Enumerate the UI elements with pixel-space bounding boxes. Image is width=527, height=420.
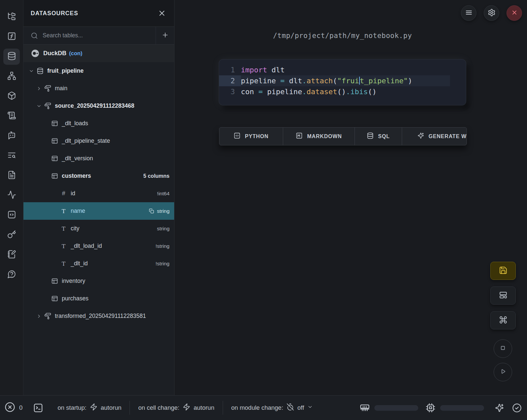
- code-line-2[interactable]: 2 pipeline = dlt.attach("fruit_pipeline"…: [219, 75, 466, 86]
- rail-item-key[interactable]: [3, 227, 20, 243]
- bot-chat-icon: [7, 131, 16, 141]
- database-icon: [37, 67, 44, 74]
- chevron-down-icon: [36, 103, 42, 109]
- network-icon: [7, 71, 16, 82]
- rail-item-scroll-text[interactable]: [3, 108, 20, 124]
- notebook-pen-icon: [7, 250, 16, 260]
- code-square-icon: [234, 132, 241, 140]
- sparkles-icon: [417, 132, 424, 140]
- int-column-icon: #: [60, 190, 67, 197]
- layout-panels-button[interactable]: [490, 286, 516, 305]
- run-settings: on startup: autorun on cell change: auto…: [43, 396, 321, 420]
- resource-meters: [360, 403, 522, 413]
- memory-usage-bar: [374, 405, 418, 411]
- tree-item-source_202504291112283468[interactable]: source_202504291112283468: [23, 97, 174, 115]
- tree-item-customers[interactable]: customers5 columns: [23, 167, 174, 185]
- cell-type-buttons: PYTHON MARKDOWN SQL GENERATE WIT: [219, 127, 467, 145]
- rail-item-text-search[interactable]: [3, 148, 20, 164]
- item-meta: !string: [156, 261, 169, 267]
- chevron-down-icon: [29, 68, 34, 74]
- item-meta: string: [157, 226, 169, 232]
- cpu-icon: [426, 403, 435, 413]
- settings-button[interactable]: [484, 5, 499, 21]
- save-button[interactable]: [490, 262, 516, 280]
- setting-on-startup[interactable]: on startup: autorun: [49, 403, 130, 412]
- convert-generate-wit-button[interactable]: GENERATE WIT: [402, 128, 467, 145]
- tree-item-purchases[interactable]: purchases: [23, 290, 174, 307]
- tree-item-_dlt_pipeline_state[interactable]: _dlt_pipeline_state: [23, 132, 174, 150]
- convert-sql-button[interactable]: SQL: [355, 128, 402, 145]
- tree-item-_dlt_loads[interactable]: _dlt_loads: [23, 115, 174, 132]
- convert-markdown-button[interactable]: MARKDOWN: [283, 128, 355, 145]
- check-circle-icon[interactable]: [512, 403, 522, 413]
- tree-item-name[interactable]: Tnamestring: [23, 202, 174, 220]
- activity-rail: [0, 0, 23, 395]
- code-cell[interactable]: 1 import dlt 2 pipeline = dlt.attach("fr…: [219, 59, 466, 105]
- rail-item-database[interactable]: [3, 49, 20, 65]
- table-icon: [51, 295, 58, 302]
- folder-tree-icon: [7, 12, 16, 22]
- tree-item-_dlt_version[interactable]: _dlt_version: [23, 150, 174, 167]
- tree-item-inventory[interactable]: inventory: [23, 272, 174, 290]
- table-icon: [51, 278, 58, 285]
- play-button[interactable]: [494, 363, 512, 381]
- status-bar: 0 on startup: autorun on cell change: au…: [0, 395, 527, 420]
- setting-on-module-change[interactable]: on module change: off: [223, 403, 321, 412]
- tree-item-city[interactable]: Tcitystring: [23, 220, 174, 237]
- table-icon: [51, 120, 58, 127]
- string-column-icon: T: [60, 225, 67, 232]
- key-icon: [7, 230, 16, 240]
- rail-item-box[interactable]: [3, 88, 20, 104]
- item-meta: !int64: [157, 191, 169, 197]
- panel-header: DATASOURCES: [23, 0, 174, 27]
- notebook-area: /tmp/project/path/my_notebook.py 1 impor…: [174, 0, 527, 395]
- search-input[interactable]: [43, 32, 156, 39]
- menu-button[interactable]: [461, 5, 476, 21]
- rail-item-file-text[interactable]: [3, 168, 20, 184]
- close-button[interactable]: [507, 5, 522, 21]
- copy-icon: [149, 208, 154, 214]
- string-column-icon: T: [60, 208, 67, 214]
- rail-item-folder-tree[interactable]: [3, 9, 20, 25]
- menu-icon: [465, 9, 473, 18]
- rail-item-network[interactable]: [3, 68, 20, 85]
- error-indicator[interactable]: 0: [5, 402, 22, 414]
- line-number: 2: [219, 75, 241, 86]
- rail-item-help-circle[interactable]: [3, 267, 20, 283]
- rail-item-function-square[interactable]: [3, 29, 20, 45]
- schema-icon: [44, 313, 51, 320]
- tree-item-fruit_pipeline[interactable]: fruit_pipeline: [23, 62, 174, 80]
- rail-item-bot-chat[interactable]: [3, 128, 20, 144]
- scroll-text-icon: [7, 111, 16, 121]
- chevron-right-icon: [36, 314, 42, 319]
- tree-item-transformed_202504291112283581[interactable]: transformed_202504291112283581: [23, 307, 174, 325]
- setting-on-cell-change[interactable]: on cell change: autorun: [130, 403, 222, 412]
- tree-item-_dlt_id[interactable]: T_dlt_id!string: [23, 255, 174, 272]
- convert-python-button[interactable]: PYTHON: [219, 128, 283, 145]
- sparkles-icon[interactable]: [495, 403, 504, 413]
- chevron-right-icon: [36, 86, 42, 91]
- tree-item-id[interactable]: #id!int64: [23, 185, 174, 202]
- plus-icon: [162, 31, 169, 40]
- command-button[interactable]: [490, 311, 516, 329]
- close-panel-button[interactable]: [158, 9, 166, 18]
- stop-button[interactable]: [494, 339, 512, 358]
- rail-item-notebook-pen[interactable]: [3, 247, 20, 263]
- memory-icon: [360, 403, 370, 413]
- cpu-usage-bar: [440, 405, 484, 411]
- markdown-icon: [296, 132, 303, 140]
- play-icon: [499, 367, 507, 377]
- notebook-path: /tmp/project/path/my_notebook.py: [219, 32, 466, 40]
- activity-icon: [7, 190, 16, 201]
- connection-duckdb[interactable]: DuckDB (con): [23, 45, 174, 62]
- connection-name: DuckDB: [43, 50, 66, 57]
- tree-item-main[interactable]: main: [23, 80, 174, 97]
- code-line-1[interactable]: 1 import dlt: [219, 64, 466, 75]
- rail-item-activity[interactable]: [3, 187, 20, 204]
- tree-item-_dlt_load_id[interactable]: T_dlt_load_id!string: [23, 237, 174, 255]
- code-line-3[interactable]: 3 con = pipeline.dataset().ibis(): [219, 86, 466, 97]
- terminal-button[interactable]: [33, 403, 43, 413]
- rail-item-code-square[interactable]: [3, 207, 20, 223]
- add-datasource-button[interactable]: [156, 27, 174, 44]
- stop-icon: [499, 344, 507, 353]
